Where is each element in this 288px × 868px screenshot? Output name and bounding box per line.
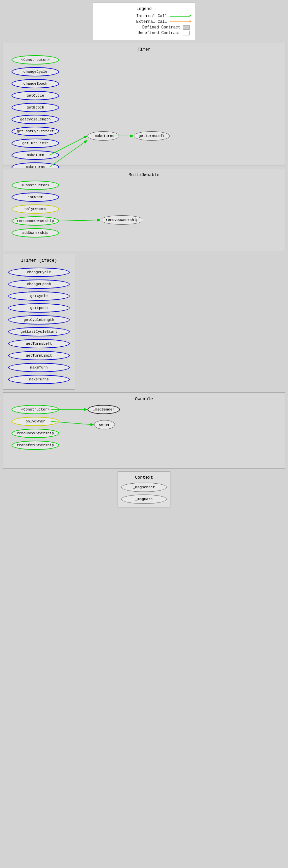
- mo-remove-node: removeOwnership: [101, 215, 143, 225]
- timer-title: Timer: [8, 47, 280, 52]
- legend-external-call: External Call: [99, 20, 189, 24]
- internal-call-line: [170, 16, 189, 17]
- mo-onlyowners-node: onlyOwners: [11, 205, 59, 214]
- timer-changeepoch-node: changeEpoch: [11, 79, 59, 88]
- timer-contract: Timer <Constructor> changeCycle changeEp…: [3, 43, 285, 165]
- itimer-contract: ITimer (iface) changeCycle changeEpoch g…: [3, 254, 75, 390]
- mo-addownership-node: addOwnership: [11, 228, 59, 238]
- legend-undefined-label: Undefined Contract: [137, 31, 180, 35]
- itimer-getcyclelength-node: getCycleLength: [8, 315, 70, 324]
- ownable-contract: Ownable <Constructor> onlyOwner renounce…: [3, 392, 285, 469]
- legend-internal-call: Internal Call: [99, 14, 189, 19]
- multiownable-contract: MultiOwnable <Constructor> isOwner onlyO…: [3, 168, 285, 251]
- itimer-maketurn-node: makeTurn: [8, 363, 70, 372]
- itimer-maketurns-node: makeTurns: [8, 375, 70, 384]
- legend-title: Legend: [99, 6, 189, 11]
- itimer-changecycle-node: changeCycle: [8, 268, 70, 277]
- ownable-title: Ownable: [8, 397, 280, 402]
- context-box: Context _msgSender _msgData: [117, 471, 171, 507]
- ownable-transfer-node: transferOwnership: [11, 441, 59, 450]
- context-title: Context: [121, 475, 167, 480]
- timer-getturnlimit-node: getTurnLimit: [11, 138, 59, 148]
- external-call-line: [170, 22, 189, 22]
- timer-getepoch-node: getEpoch: [11, 103, 59, 112]
- undefined-contract-rect: [183, 31, 189, 35]
- itimer-getepoch-node: getEpoch: [8, 303, 70, 313]
- ownable-constructor-node: <Constructor>: [11, 405, 59, 414]
- ownable-msgsender-node: _msgSender: [87, 405, 120, 414]
- svg-line-3: [60, 220, 100, 221]
- mo-renounce-node: renounceOwnership: [11, 216, 59, 226]
- itimer-title: ITimer (iface): [8, 258, 70, 263]
- itimer-changeepoch-node: changeEpoch: [8, 280, 70, 289]
- timer-changecycle-node: changeCycle: [11, 67, 59, 76]
- page-wrapper: Legend Internal Call External Call Defin…: [0, 0, 288, 510]
- legend-internal-label: Internal Call: [124, 14, 167, 19]
- context-msgsender-node: _msgSender: [121, 483, 167, 492]
- ownable-onlyowner-node: onlyOwner: [11, 417, 59, 426]
- timer-getturnsleft-node: getTurnsLeft: [134, 131, 170, 141]
- itimer-getturnlimit-node: getTurnLimit: [8, 351, 70, 360]
- timer-getcycle-node: getCycle: [11, 91, 59, 100]
- ownable-renounce-node: renounceOwnership: [11, 429, 59, 438]
- legend-defined-label: Defined Contract: [137, 25, 180, 30]
- mo-constructor-node: <Constructor>: [11, 181, 59, 190]
- context-msgdata-node: _msgData: [121, 495, 167, 504]
- timer-maketurns-internal-node: _makeTurns: [87, 131, 119, 141]
- legend-external-label: External Call: [124, 20, 167, 24]
- timer-constructor-node: <Constructor>: [11, 55, 59, 64]
- itimer-getcycle-node: getCycle: [8, 291, 70, 301]
- legend-undefined-contract: Undefined Contract: [99, 31, 189, 35]
- defined-contract-rect: [183, 25, 189, 30]
- itimer-getlastcyclestart-node: getLastCycleStart: [8, 327, 70, 336]
- legend-defined-contract: Defined Contract: [99, 25, 189, 30]
- ownable-owner-node: owner: [94, 420, 115, 429]
- multiownable-title: MultiOwnable: [8, 172, 280, 177]
- mo-isowner-node: isOwner: [11, 192, 59, 202]
- timer-maketurn-node: makeTurn: [11, 151, 59, 160]
- legend-box: Legend Internal Call External Call Defin…: [93, 3, 195, 40]
- timer-getcyclelength-node: getCycleLength: [11, 115, 59, 124]
- timer-getlastcyclestart-node: getLastCycleStart: [11, 127, 59, 136]
- itimer-getturnsleft-node: getTurnsLeft: [8, 339, 70, 348]
